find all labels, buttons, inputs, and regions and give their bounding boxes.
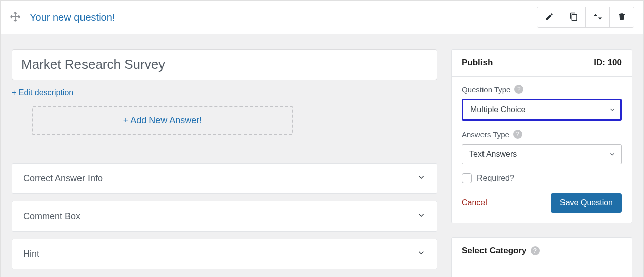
question-type-select-wrap: Multiple Choice <box>462 99 622 121</box>
accordion-group: Correct Answer Info Comment Box Hint <box>12 163 437 269</box>
trash-icon <box>617 12 626 23</box>
answers-type-select[interactable]: Text Answers <box>462 144 622 164</box>
category-panel: Select Category ? <box>451 237 632 277</box>
required-label: Required? <box>477 174 514 183</box>
answers-type-select-wrap: Text Answers <box>462 144 622 164</box>
publish-panel-body: Question Type ? Multiple Choice Answ <box>452 77 632 223</box>
question-editor-root: Your new question! <box>0 0 644 277</box>
chevron-down-icon <box>417 248 426 260</box>
accordion-label: Comment Box <box>23 211 80 222</box>
edit-icon <box>545 12 554 23</box>
answers-type-field: Answers Type ? Text Answers <box>462 130 622 164</box>
question-type-select[interactable]: Multiple Choice <box>462 99 622 121</box>
help-icon[interactable]: ? <box>531 246 540 255</box>
chevron-down-icon <box>417 211 426 222</box>
publish-panel: Publish ID: 100 Question Type ? Multiple… <box>451 49 632 223</box>
accordion-label: Hint <box>23 249 39 259</box>
sidebar-column: Publish ID: 100 Question Type ? Multiple… <box>451 49 632 277</box>
category-title: Select Category <box>462 246 527 256</box>
delete-button[interactable] <box>610 7 634 27</box>
duplicate-button[interactable] <box>561 7 586 27</box>
duplicate-icon <box>569 12 578 23</box>
question-type-label-row: Question Type ? <box>462 85 622 94</box>
required-checkbox-row[interactable]: Required? <box>462 173 622 183</box>
question-type-label: Question Type <box>462 85 510 94</box>
cancel-link[interactable]: Cancel <box>462 198 487 207</box>
add-answer-button[interactable]: + Add New Answer! <box>32 106 293 135</box>
category-search-input[interactable] <box>462 272 622 277</box>
answers-type-label: Answers Type <box>462 130 509 139</box>
accordion-comment-box[interactable]: Comment Box <box>12 201 437 232</box>
publish-panel-header: Publish ID: 100 <box>452 50 632 77</box>
question-id-label: ID: 100 <box>594 58 622 68</box>
chevron-down-icon <box>417 173 426 184</box>
header-bar: Your new question! <box>1 1 643 34</box>
required-checkbox[interactable] <box>462 173 472 183</box>
question-title-input[interactable] <box>12 49 437 80</box>
publish-actions: Cancel Save Question <box>462 193 622 213</box>
category-panel-header: Select Category ? <box>452 238 632 264</box>
sort-icon <box>593 12 602 23</box>
answers-type-label-row: Answers Type ? <box>462 130 622 139</box>
edit-description-link[interactable]: + Edit description <box>12 88 73 97</box>
accordion-label: Correct Answer Info <box>23 173 103 184</box>
accordion-hint[interactable]: Hint <box>12 239 437 269</box>
toolbar <box>537 7 634 28</box>
publish-title: Publish <box>462 58 493 68</box>
help-icon[interactable]: ? <box>514 85 523 94</box>
help-icon[interactable]: ? <box>513 130 522 139</box>
main-column: + Edit description + Add New Answer! Cor… <box>12 49 437 277</box>
edit-button[interactable] <box>537 7 561 27</box>
accordion-correct-answer-info[interactable]: Correct Answer Info <box>12 163 437 194</box>
move-icon[interactable] <box>10 11 21 24</box>
sort-button[interactable] <box>586 7 610 27</box>
question-title-heading: Your new question! <box>30 12 115 23</box>
editor-body: + Edit description + Add New Answer! Cor… <box>1 34 643 277</box>
category-panel-body <box>452 264 632 277</box>
question-type-field: Question Type ? Multiple Choice <box>462 85 622 121</box>
header-left: Your new question! <box>10 11 115 24</box>
save-question-button[interactable]: Save Question <box>551 193 622 213</box>
